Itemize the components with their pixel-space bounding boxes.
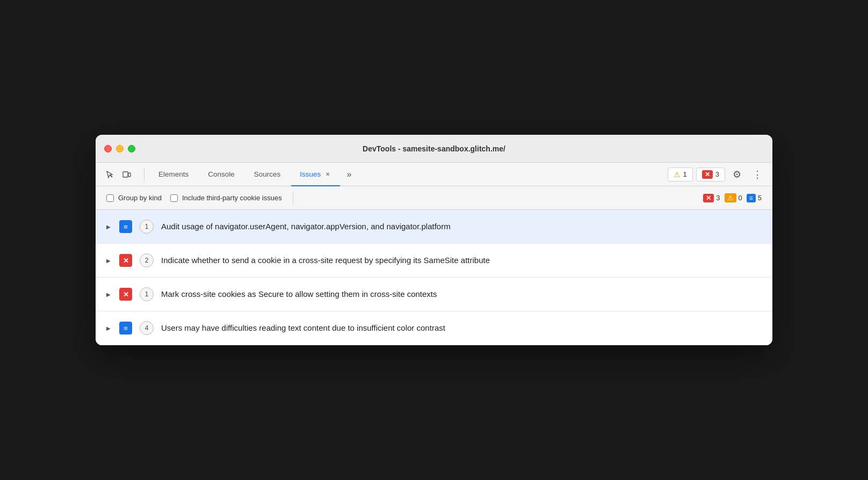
more-tabs-label: » bbox=[346, 170, 351, 179]
issue-count-badge: 2 bbox=[140, 253, 154, 267]
error-x-icon: ✕ bbox=[123, 290, 129, 299]
expand-arrow-icon: ▶ bbox=[106, 325, 111, 331]
toolbar-divider bbox=[144, 168, 144, 181]
expand-arrow-icon: ▶ bbox=[106, 292, 111, 297]
filter-error-icon: ✕ bbox=[703, 194, 714, 202]
filter-warn-count: ⚠ 0 bbox=[725, 193, 742, 202]
filter-warn-icon: ⚠ bbox=[725, 193, 736, 202]
filter-bar: Group by kind Include third-party cookie… bbox=[96, 186, 772, 210]
issue-count-text: 1 bbox=[145, 223, 149, 230]
issues-list: ▶ ≡ 1 Audit usage of navigator.userAgent… bbox=[96, 210, 772, 345]
tab-sources[interactable]: Sources bbox=[245, 163, 290, 186]
svg-rect-1 bbox=[123, 172, 128, 177]
more-dots-icon: ⋮ bbox=[753, 169, 762, 180]
group-by-kind-text: Group by kind bbox=[118, 194, 162, 202]
toolbar-right: ⚠ 1 ✕ 3 ⚙ ⋮ bbox=[668, 166, 766, 183]
titlebar: DevTools - samesite-sandbox.glitch.me/ bbox=[96, 135, 772, 163]
error-badge-btn[interactable]: ✕ 3 bbox=[696, 168, 725, 181]
chat-icon: ≡ bbox=[124, 223, 128, 231]
issue-count-text: 1 bbox=[145, 290, 149, 298]
close-button[interactable] bbox=[104, 145, 112, 152]
group-by-kind-label[interactable]: Group by kind bbox=[106, 194, 162, 202]
tab-console[interactable]: Console bbox=[199, 163, 243, 186]
filter-error-number: 3 bbox=[716, 194, 720, 202]
toolbar-icons bbox=[102, 167, 134, 182]
error-icon: ✕ bbox=[702, 170, 713, 179]
error-x-icon: ✕ bbox=[123, 257, 129, 265]
issue-row[interactable]: ▶ ✕ 2 Indicate whether to send a cookie … bbox=[96, 244, 772, 278]
issue-text: Audit usage of navigator.userAgent, navi… bbox=[161, 221, 762, 233]
issue-type-icon-error: ✕ bbox=[119, 254, 132, 267]
svg-line-0 bbox=[110, 175, 112, 177]
settings-button[interactable]: ⚙ bbox=[728, 166, 746, 183]
issue-count-badge: 1 bbox=[140, 220, 154, 234]
include-third-party-checkbox[interactable] bbox=[170, 194, 178, 202]
more-tabs-btn[interactable]: » bbox=[342, 163, 356, 186]
issue-type-icon-info: ≡ bbox=[119, 322, 132, 334]
issue-type-icon-info: ≡ bbox=[119, 220, 132, 233]
warn-icon: ⚠ bbox=[674, 170, 681, 179]
warn-count: 1 bbox=[683, 170, 687, 178]
maximize-button[interactable] bbox=[128, 145, 135, 152]
more-options-button[interactable]: ⋮ bbox=[749, 166, 766, 183]
filter-error-count: ✕ 3 bbox=[703, 194, 720, 202]
error-count: 3 bbox=[715, 170, 719, 178]
chat-icon: ≡ bbox=[124, 324, 128, 332]
tab-sources-label: Sources bbox=[254, 170, 281, 178]
filter-warn-number: 0 bbox=[739, 194, 742, 202]
filter-info-number: 5 bbox=[758, 194, 762, 202]
tab-console-label: Console bbox=[208, 170, 235, 178]
device-icon bbox=[122, 170, 131, 179]
issue-row[interactable]: ▶ ✕ 1 Mark cross-site cookies as Secure … bbox=[96, 278, 772, 311]
minimize-button[interactable] bbox=[116, 145, 124, 152]
inspect-icon-btn[interactable] bbox=[102, 167, 117, 182]
gear-icon: ⚙ bbox=[733, 169, 741, 180]
issue-text: Mark cross-site cookies as Secure to all… bbox=[161, 288, 762, 301]
window-title: DevTools - samesite-sandbox.glitch.me/ bbox=[363, 144, 505, 153]
tab-elements-label: Elements bbox=[158, 170, 189, 178]
cursor-icon bbox=[105, 170, 114, 179]
issue-row[interactable]: ▶ ≡ 1 Audit usage of navigator.userAgent… bbox=[96, 210, 772, 244]
expand-arrow-icon: ▶ bbox=[106, 224, 111, 230]
issue-text: Indicate whether to send a cookie in a c… bbox=[161, 254, 762, 267]
include-third-party-text: Include third-party cookie issues bbox=[182, 194, 282, 202]
issue-text: Users may have difficulties reading text… bbox=[161, 322, 762, 334]
device-icon-btn[interactable] bbox=[119, 167, 134, 182]
issue-count-text: 4 bbox=[145, 324, 149, 332]
tab-issues-close[interactable]: ✕ bbox=[324, 171, 331, 178]
tab-elements[interactable]: Elements bbox=[150, 163, 197, 186]
issue-count-text: 2 bbox=[145, 257, 149, 264]
issue-count-badge: 4 bbox=[140, 321, 154, 335]
tab-issues-label: Issues bbox=[300, 170, 321, 178]
group-by-kind-checkbox[interactable] bbox=[106, 194, 114, 202]
toolbar: Elements Console Sources Issues ✕ » ⚠ 1 … bbox=[96, 163, 772, 186]
devtools-window: DevTools - samesite-sandbox.glitch.me/ E… bbox=[96, 135, 772, 345]
filter-counts: ✕ 3 ⚠ 0 ≡ 5 bbox=[703, 193, 762, 202]
warn-badge-btn[interactable]: ⚠ 1 bbox=[668, 168, 693, 181]
tab-issues[interactable]: Issues ✕ bbox=[291, 163, 340, 186]
issue-type-icon-error: ✕ bbox=[119, 288, 132, 301]
svg-rect-2 bbox=[128, 173, 131, 177]
filter-divider bbox=[293, 192, 293, 205]
filter-info-icon: ≡ bbox=[747, 194, 756, 202]
expand-arrow-icon: ▶ bbox=[106, 258, 111, 264]
issue-count-badge: 1 bbox=[140, 287, 154, 301]
filter-info-count: ≡ 5 bbox=[747, 194, 762, 202]
issue-row[interactable]: ▶ ≡ 4 Users may have difficulties readin… bbox=[96, 311, 772, 345]
include-third-party-label[interactable]: Include third-party cookie issues bbox=[170, 194, 282, 202]
traffic-lights bbox=[104, 145, 135, 152]
